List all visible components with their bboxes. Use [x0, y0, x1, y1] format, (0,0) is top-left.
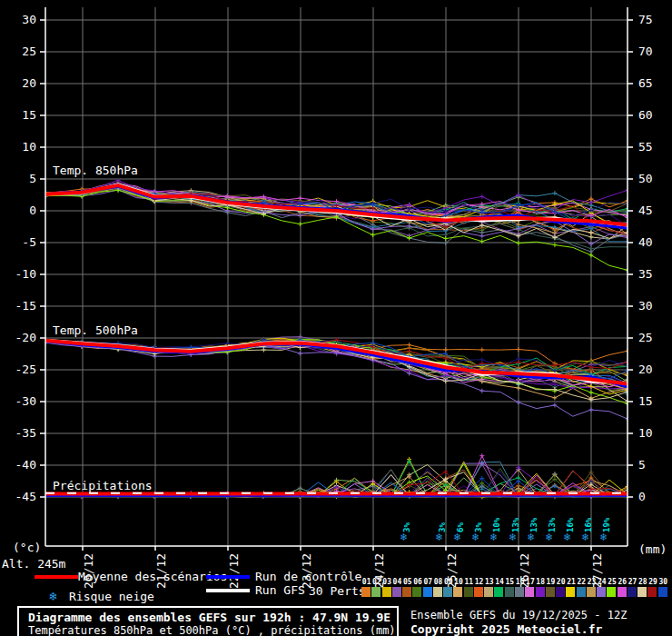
pert-color-swatch	[618, 587, 627, 597]
pert-color-row	[361, 587, 670, 597]
y-axis-label-left: -10	[5, 268, 36, 280]
pert-number: 14	[494, 578, 504, 586]
snow-risk-percent: 6%	[455, 508, 466, 532]
snow-risk-percent: 13%	[529, 508, 539, 532]
snowflake-icon: ❄	[49, 590, 56, 602]
pert-color-swatch	[423, 587, 432, 597]
pert-number: 17	[525, 578, 535, 586]
y-axis-label-left: 0	[5, 204, 36, 216]
pert-color-swatch	[382, 587, 391, 597]
y-axis-label-right: 0	[638, 491, 646, 502]
altitude-label: Alt. 245m	[2, 558, 65, 570]
right-axis-unit: (mm)	[638, 543, 667, 555]
y-axis-label-left: -25	[5, 363, 36, 375]
y-axis-label-left: -30	[5, 395, 36, 407]
y-axis-label-right: 55	[638, 141, 653, 153]
pert-color-swatch	[536, 587, 545, 597]
y-axis-label-left: 10	[5, 141, 36, 153]
pert-color-swatch	[577, 587, 586, 597]
pert-color-swatch	[628, 587, 637, 597]
pert-color-swatch	[587, 587, 596, 597]
pert-number: 13	[484, 578, 494, 586]
mean-line-swatch	[35, 575, 78, 579]
pert-color-swatch	[525, 587, 534, 597]
pert-number: 22	[577, 578, 587, 586]
legend-snow-label: Risque neige	[69, 591, 154, 603]
pert-number: 08	[433, 578, 443, 586]
y-axis-label-right: 15	[638, 395, 653, 407]
pert-color-swatch	[443, 587, 452, 597]
footer-title: Diagramme des ensembles GEFS sur 192h : …	[28, 611, 390, 624]
snow-risk-icon: ❄	[436, 531, 442, 543]
y-axis-label-right: 65	[638, 77, 653, 89]
band-label-precip: Précipitations	[53, 479, 153, 492]
pert-number: 18	[536, 578, 546, 586]
y-axis-label-right: 10	[638, 427, 653, 439]
legend-control-label: Run de contrôle	[255, 571, 361, 583]
y-axis-label-right: 50	[638, 173, 653, 184]
x-axis-date-label: 22/12	[227, 549, 242, 589]
y-axis-label-right: 5	[638, 459, 646, 471]
pert-number: 01	[361, 578, 371, 586]
y-axis-label-right: 25	[638, 332, 653, 343]
y-axis-label-left: -20	[5, 332, 36, 343]
pert-number: 19	[546, 578, 556, 586]
pert-number-row: 0102030405060708091011121314151617181920…	[361, 578, 670, 586]
pert-number: 30	[658, 578, 668, 586]
pert-color-swatch	[566, 587, 575, 597]
pert-number: 27	[628, 578, 637, 586]
y-axis-label-right: 75	[638, 14, 653, 25]
pert-color-swatch	[433, 587, 442, 597]
pert-color-swatch	[392, 587, 401, 597]
y-axis-label-left: 30	[5, 14, 36, 25]
legend-mean-label: Moyenne des scénarios	[78, 571, 227, 583]
y-axis-label-right: 60	[638, 109, 653, 121]
gefs-ensemble-diagram: Temp. 850hPa Temp. 500hPa Précipitations…	[0, 0, 672, 636]
y-axis-label-left: 5	[5, 173, 36, 184]
y-axis-label-left: -40	[5, 459, 36, 471]
snow-risk-percent: 19%	[601, 508, 612, 532]
pert-color-swatch	[505, 587, 514, 597]
pert-number: 20	[556, 578, 566, 586]
pert-color-swatch	[402, 587, 411, 597]
legend-gfs-label: Run GFS	[255, 584, 305, 597]
pert-color-swatch	[515, 587, 524, 597]
snow-risk-icon: ❄	[528, 531, 534, 543]
snow-risk-icon: ❄	[454, 531, 460, 543]
y-axis-label-left: -15	[5, 300, 36, 312]
y-axis-label-right: 35	[638, 268, 653, 280]
pert-number: 15	[505, 578, 515, 586]
snow-risk-percent: 10%	[491, 508, 502, 532]
copyright: Copyright 2025 Meteociel.fr	[410, 622, 602, 636]
snow-risk-icon: ❄	[472, 531, 479, 543]
band-label-850hpa: Temp. 850hPa	[53, 164, 138, 177]
snow-risk-icon: ❄	[582, 531, 588, 543]
y-axis-label-left: -45	[5, 491, 36, 502]
pert-number: 25	[607, 578, 617, 586]
pert-color-swatch	[453, 587, 462, 597]
pert-number: 10	[453, 578, 463, 586]
pert-color-swatch	[607, 587, 616, 597]
left-axis-unit: (°c)	[13, 542, 41, 553]
pert-number: 03	[382, 578, 392, 586]
pert-color-swatch	[637, 587, 647, 597]
pert-color-swatch	[361, 587, 371, 597]
pert-number: 02	[371, 578, 381, 586]
snow-risk-icon: ❄	[600, 531, 607, 543]
pert-color-swatch	[556, 587, 565, 597]
pert-color-swatch	[658, 587, 667, 597]
y-axis-label-left: -5	[5, 236, 36, 248]
pert-number: 24	[597, 578, 607, 586]
pert-number: 28	[637, 578, 647, 586]
pert-number: 26	[618, 578, 628, 586]
run-info: Ensemble GEFS du 19/12/2025 - 12Z	[410, 609, 627, 621]
pert-color-swatch	[474, 587, 483, 597]
snow-risk-icon: ❄	[490, 531, 497, 543]
y-axis-label-left: 20	[5, 77, 36, 89]
gfs-line-swatch	[206, 589, 250, 592]
y-axis-label-right: 40	[638, 236, 653, 248]
snow-risk-percent: 3%	[437, 508, 448, 532]
snow-risk-icon: ❄	[564, 531, 570, 543]
pert-number: 11	[464, 578, 474, 586]
snow-risk-percent: 3%	[401, 508, 412, 532]
